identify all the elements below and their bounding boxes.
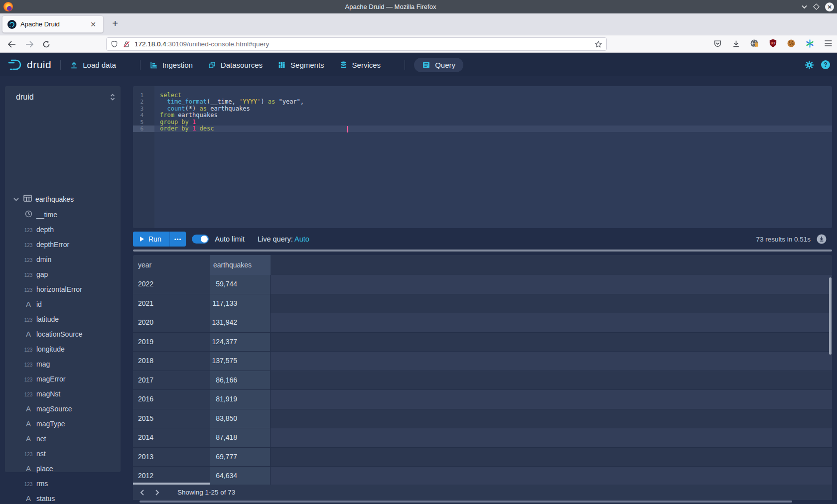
sidebar-column-net[interactable]: Anet — [5, 431, 121, 446]
string-type-icon: A — [23, 494, 34, 503]
window-close-icon[interactable]: ✕ — [825, 2, 834, 11]
column-header-year[interactable]: year — [133, 255, 210, 275]
cell-year[interactable]: 2013 — [133, 448, 210, 467]
sidebar-column-depth[interactable]: 123depth — [5, 222, 121, 237]
sidebar-table-earthquakes[interactable]: earthquakes — [5, 192, 121, 207]
sidebar-column-status[interactable]: Astatus — [5, 491, 121, 504]
editor-gutter: 123456 — [133, 86, 154, 228]
cell-year[interactable]: 2015 — [133, 409, 210, 428]
sidebar-column-mag[interactable]: 123mag — [5, 357, 121, 372]
cell-year[interactable]: 2017 — [133, 371, 210, 390]
cell-earthquakes[interactable]: 124,377 — [210, 333, 271, 352]
cell-earthquakes[interactable]: 117,133 — [210, 294, 271, 313]
cell-earthquakes[interactable]: 59,744 — [210, 275, 271, 294]
cell-year[interactable]: 2014 — [133, 428, 210, 447]
reload-button[interactable] — [40, 38, 52, 50]
tab-close-icon[interactable]: ✕ — [88, 20, 98, 28]
sidebar-column-magError[interactable]: 123magError — [5, 372, 121, 386]
sidebar-column-rms[interactable]: 123rms — [5, 476, 121, 491]
cell-earthquakes[interactable]: 131,942 — [210, 313, 271, 332]
bookmark-star-icon[interactable] — [594, 40, 602, 48]
forward-button[interactable] — [23, 38, 35, 50]
download-icon[interactable] — [731, 38, 741, 48]
cell-earthquakes[interactable]: 86,166 — [210, 371, 271, 390]
sql-code[interactable]: select time_format(__time, 'YYYY') as "y… — [160, 92, 304, 132]
table-row: 201681,919 — [133, 390, 832, 409]
settings-gear-icon[interactable] — [805, 60, 814, 70]
sidebar-column-magNst[interactable]: 123magNst — [5, 386, 121, 401]
extension-icon[interactable] — [749, 38, 759, 48]
sidebar-column-latitude[interactable]: 123latitude — [5, 312, 121, 327]
download-results-icon[interactable] — [817, 234, 827, 244]
sidebar-column-nst[interactable]: 123nst — [5, 446, 121, 461]
nav-item-services[interactable]: Services — [339, 61, 381, 69]
nav-item-ingestion[interactable]: Ingestion — [149, 61, 193, 69]
column-header-earthquakes[interactable]: earthquakes — [210, 255, 271, 275]
run-button[interactable]: Run — [133, 232, 169, 247]
chevron-down-icon[interactable] — [13, 195, 19, 204]
column-name: dmin — [36, 255, 51, 263]
cell-earthquakes[interactable]: 69,777 — [210, 448, 271, 467]
sidebar-column-magSource[interactable]: AmagSource — [5, 401, 121, 416]
sidebar-column-depthError[interactable]: 123depthError — [5, 237, 121, 252]
cell-year[interactable]: 2022 — [133, 275, 210, 294]
editor-results-splitter[interactable] — [133, 250, 832, 252]
colorful-asterisk-icon[interactable] — [805, 38, 815, 48]
sidebar-column-gap[interactable]: 123gap — [5, 267, 121, 282]
nav-item-query[interactable]: Query — [414, 58, 463, 72]
ublock-icon[interactable]: uO — [768, 38, 778, 48]
menu-icon[interactable] — [823, 38, 833, 48]
druid-logo-icon[interactable] — [7, 58, 24, 71]
number-type-icon: 123 — [23, 240, 34, 249]
sidebar-column-place[interactable]: Aplace — [5, 461, 121, 476]
window-maximize-icon[interactable] — [813, 3, 820, 10]
tracking-protection-shield-icon[interactable] — [111, 40, 118, 48]
horizontal-scrollbar-thumb[interactable] — [140, 501, 792, 503]
schema-selector[interactable]: druid — [5, 91, 121, 105]
sidebar-column-id[interactable]: Aid — [5, 297, 121, 312]
cell-earthquakes[interactable]: 64,634 — [210, 467, 271, 485]
cell-year[interactable]: 2019 — [133, 333, 210, 352]
sidebar-column-longitude[interactable]: 123longitude — [5, 342, 121, 357]
sidebar-column-__time[interactable]: __time — [5, 207, 121, 222]
previous-page-button[interactable] — [135, 485, 149, 500]
cell-earthquakes[interactable]: 81,919 — [210, 390, 271, 409]
url-text[interactable]: 172.18.0.4:30109/unified-console.html#qu… — [135, 40, 594, 48]
sidebar-column-horizontalError[interactable]: 123horizontalError — [5, 282, 121, 297]
new-tab-button[interactable]: + — [109, 17, 122, 30]
sort-double-caret-icon[interactable] — [110, 93, 116, 103]
sidebar-column-magType[interactable]: AmagType — [5, 416, 121, 431]
cell-year[interactable]: 2020 — [133, 313, 210, 332]
cell-year[interactable]: 2021 — [133, 294, 210, 313]
sidebar-column-dmin[interactable]: 123dmin — [5, 252, 121, 267]
window-minimize-icon[interactable] — [801, 4, 808, 9]
cell-year[interactable]: 2018 — [133, 352, 210, 371]
nav-item-segments[interactable]: Segments — [278, 61, 324, 69]
nav-item-datasources[interactable]: Datasources — [208, 61, 263, 69]
query-editor[interactable]: 123456 select time_format(__time, 'YYYY'… — [133, 86, 832, 228]
cell-earthquakes[interactable]: 137,575 — [210, 352, 271, 371]
auto-limit-toggle[interactable] — [192, 235, 209, 244]
next-page-button[interactable] — [149, 485, 164, 500]
pocket-icon[interactable] — [712, 38, 722, 48]
cell-year[interactable]: 2016 — [133, 390, 210, 409]
url-bar[interactable]: 172.18.0.4:30109/unified-console.html#qu… — [106, 37, 607, 51]
run-more-options-button[interactable]: ••• — [169, 232, 186, 247]
column-name: gap — [36, 270, 48, 278]
help-icon[interactable]: ? — [821, 60, 830, 69]
sidebar-column-locationSource[interactable]: AlocationSource — [5, 327, 121, 342]
browser-tab[interactable]: Apache Druid ✕ — [2, 15, 104, 33]
live-query-value[interactable]: Auto — [294, 235, 309, 243]
cell-earthquakes[interactable]: 83,850 — [210, 409, 271, 428]
cookie-icon[interactable] — [786, 38, 796, 48]
vertical-scrollbar-thumb[interactable] — [829, 277, 832, 355]
nav-item-load-data[interactable]: Load data — [70, 61, 116, 69]
insecure-lock-icon[interactable] — [123, 40, 131, 48]
druid-brand-name[interactable]: druid — [27, 59, 51, 71]
string-type-icon: A — [23, 434, 34, 443]
cell-year[interactable]: 2012 — [133, 467, 210, 485]
back-button[interactable] — [5, 38, 17, 50]
results-table: year earthquakes 202259,7442021117,13320… — [133, 255, 832, 485]
cell-earthquakes[interactable]: 87,418 — [210, 428, 271, 447]
live-query-control[interactable]: Live query: Auto — [258, 235, 309, 243]
